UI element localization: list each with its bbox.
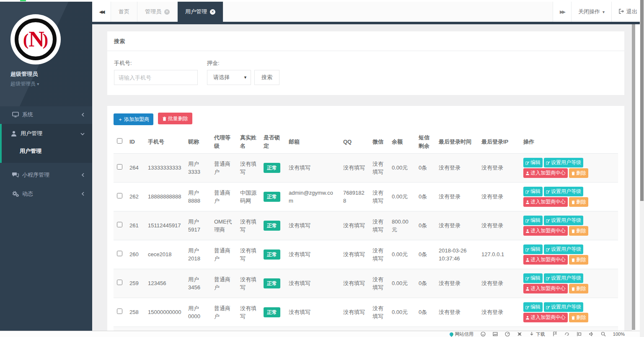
tab-admin[interactable]: 管理员 ✕ — [137, 2, 178, 22]
speed-mode-button[interactable] — [505, 332, 510, 337]
column-header: 操作 — [520, 130, 618, 154]
delete-button[interactable]: 删除 — [569, 284, 588, 293]
delete-button[interactable]: 删除 — [569, 313, 588, 322]
cell-balance: 0.00元 — [388, 183, 415, 211]
sidebar-item-miniprogram[interactable]: 小程序管理 — [0, 165, 92, 184]
cell-email: 没有填写 — [285, 269, 340, 298]
row-checkbox[interactable] — [117, 164, 122, 170]
page-scrollbar-thumb[interactable] — [632, 24, 635, 330]
zoom-search-button[interactable] — [601, 332, 606, 337]
reader-mode-button[interactable] — [481, 332, 486, 337]
delete-button[interactable]: 删除 — [569, 255, 588, 265]
select-all-checkbox[interactable] — [117, 138, 122, 144]
enter-franchisee-center-button[interactable]: 进入加盟商中心 — [523, 226, 568, 236]
browser-scrollbar[interactable] — [640, 0, 644, 337]
sidebar-item-label: 小程序管理 — [22, 171, 49, 179]
cell-sms-left: 0条 — [415, 183, 435, 211]
close-icon[interactable]: ✕ — [210, 9, 215, 15]
tab-user-management[interactable]: 用户管理 ✕ — [178, 2, 223, 22]
edit-button[interactable]: 编辑 — [523, 158, 543, 167]
row-checkbox[interactable] — [117, 222, 122, 227]
edit-button[interactable]: 编辑 — [523, 216, 543, 225]
column-header: 最后登录IP — [478, 130, 520, 154]
set-user-level-button[interactable]: 设置用户等级 — [544, 187, 583, 196]
sidebar-item-label: 系统 — [22, 111, 33, 118]
edit-button[interactable]: 编辑 — [523, 273, 543, 283]
site-credit-indicator[interactable]: 网站信用 — [450, 331, 473, 337]
page-scrollbar[interactable] — [632, 24, 635, 330]
sidebar-subitem-user-management[interactable]: 用户管理 — [2, 143, 92, 159]
cell-email: 没有填写 — [285, 154, 340, 183]
game-mode-button[interactable] — [517, 332, 522, 337]
logout-button[interactable]: 退出 — [611, 2, 644, 22]
phone-input[interactable] — [114, 70, 198, 85]
delete-button[interactable]: 删除 — [569, 197, 588, 207]
zoom-level[interactable]: 100% — [613, 332, 625, 337]
sidebar-subitem-label: 用户管理 — [20, 147, 41, 155]
deposit-label: 押金: — [207, 59, 279, 67]
set-user-level-button[interactable]: 设置用户等级 — [544, 216, 583, 225]
browser-scrollbar-thumb[interactable] — [640, 0, 644, 201]
tabbar-spacer — [223, 2, 553, 22]
add-franchisee-button[interactable]: ＋添加加盟商 — [114, 113, 153, 125]
tabs-scroll-right-button[interactable]: ▶▶ — [553, 2, 571, 22]
cell-nickname: 用户 3456 — [185, 269, 211, 298]
trash-icon — [571, 258, 575, 262]
download-button[interactable]: 下载 — [529, 331, 545, 337]
sidebar-item-user-management[interactable]: 用户管理 — [2, 124, 92, 143]
user-icon — [10, 131, 17, 136]
edit-button[interactable]: 编辑 — [523, 302, 543, 312]
cell-last-login-ip: 没有登录 — [478, 298, 520, 327]
caret-down-icon: ▾ — [603, 10, 605, 14]
edit-button[interactable]: 编辑 — [523, 187, 543, 196]
enter-franchisee-center-button[interactable]: 进入加盟商中心 — [523, 255, 568, 265]
enter-franchisee-center-button[interactable]: 进入加盟商中心 — [523, 313, 568, 322]
row-checkbox[interactable] — [117, 193, 122, 198]
profile-role-dropdown[interactable]: 超级管理员 ▾ — [10, 80, 92, 87]
tab-home[interactable]: 首页 — [111, 2, 137, 22]
cell-last-login-time: 没有登录 — [435, 327, 478, 331]
cell-lock-status: 正常 — [260, 327, 285, 331]
cell-balance: 0.00元 — [388, 298, 415, 327]
row-checkbox[interactable] — [117, 280, 122, 285]
enter-franchisee-center-button[interactable]: 进入加盟商中心 — [523, 284, 568, 293]
phone-label: 手机号: — [114, 59, 198, 67]
column-header: 是否锁定 — [260, 130, 285, 154]
set-user-level-button[interactable]: 设置用户等级 — [544, 273, 583, 283]
tabs-scroll-left-button[interactable]: ◀◀ — [92, 2, 111, 22]
status-badge: 正常 — [264, 307, 280, 317]
droplet-icon — [449, 332, 454, 337]
user-icon — [525, 171, 530, 175]
cell-phone: 123456 — [145, 269, 185, 298]
row-checkbox[interactable] — [117, 309, 122, 314]
cell-checkbox — [114, 298, 126, 327]
set-user-level-button[interactable]: 设置用户等级 — [544, 244, 583, 254]
cell-phone: 18888888888 — [145, 183, 185, 211]
status-badge: 正常 — [264, 221, 280, 231]
enter-franchisee-center-button[interactable]: 进入加盟商中心 — [523, 197, 568, 207]
flag-report-button[interactable] — [552, 332, 557, 337]
proxy-button[interactable] — [564, 332, 569, 337]
speaker-icon[interactable] — [589, 332, 594, 337]
sidebar: (N) 超级管理员 超级管理员 ▾ 系统 用户管理 用户管理 — [0, 2, 92, 331]
cell-checkbox — [114, 327, 126, 331]
enter-franchisee-center-button[interactable]: 进入加盟商中心 — [523, 168, 568, 178]
set-user-level-button[interactable]: 设置用户等级 — [544, 158, 583, 167]
sidebar-item-dynamics[interactable]: 动态 — [0, 184, 92, 203]
delete-button[interactable]: 删除 — [569, 226, 588, 236]
close-icon[interactable]: ✕ — [164, 9, 170, 15]
close-operations-dropdown[interactable]: 关闭操作▾ — [571, 2, 611, 22]
set-user-level-button[interactable]: 设置用户等级 — [544, 302, 583, 312]
search-button[interactable]: 搜索 — [254, 70, 279, 85]
window-layout-button[interactable] — [577, 332, 582, 337]
row-checkbox[interactable] — [117, 251, 122, 256]
deposit-select[interactable]: 请选择 ▼ — [207, 70, 251, 85]
sidebar-item-system[interactable]: 系统 — [0, 105, 92, 124]
cell-last-login-time: 没有登录 — [435, 298, 478, 327]
image-toggle-button[interactable] — [493, 332, 498, 337]
batch-delete-button[interactable]: 批量删除 — [158, 113, 192, 124]
edit-button[interactable]: 编辑 — [523, 244, 543, 254]
profile-section: (N) 超级管理员 超级管理员 ▾ — [0, 2, 92, 93]
cell-agent-level: 一级代理商 — [211, 327, 237, 331]
delete-button[interactable]: 删除 — [569, 168, 588, 178]
